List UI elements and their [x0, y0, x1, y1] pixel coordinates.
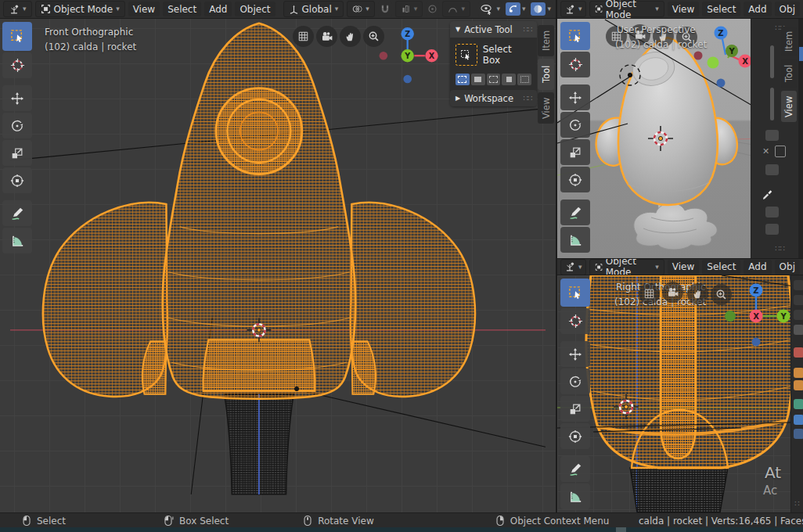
- tab-tool[interactable]: Tool: [781, 59, 797, 88]
- tab-item[interactable]: Item: [781, 27, 797, 56]
- mode-dropdown[interactable]: Object Mode ▾: [35, 1, 125, 17]
- select-mode-set[interactable]: [456, 74, 470, 85]
- transform-orientation-dropdown[interactable]: Global ▾: [283, 1, 344, 17]
- proportional-falloff-dropdown[interactable]: ▾: [442, 1, 470, 17]
- tool-transform[interactable]: [560, 423, 590, 449]
- active-tool-panel-header[interactable]: ▼ Active Tool ∷∷: [450, 21, 537, 38]
- menu-select[interactable]: Select: [702, 2, 740, 16]
- snap-toggle-button[interactable]: [378, 2, 392, 16]
- eyedropper-icon[interactable]: [762, 188, 773, 200]
- properties-tab-icon-object[interactable]: [794, 368, 803, 378]
- tool-scale[interactable]: [2, 140, 32, 166]
- select-mode-invert[interactable]: [502, 74, 516, 85]
- tool-scale[interactable]: [560, 396, 590, 422]
- menu-object-truncated[interactable]: Obj: [775, 260, 800, 275]
- tool-move[interactable]: [2, 85, 32, 111]
- tab-view[interactable]: View: [538, 92, 554, 124]
- viewport-right-orthographic[interactable]: Z X Y Right Orthographic (102) calda | r…: [556, 275, 803, 512]
- select-mode-subtract[interactable]: [487, 74, 501, 85]
- overlays-toggle[interactable]: [506, 2, 520, 16]
- mode-dropdown[interactable]: Object Mode ▾: [589, 1, 664, 17]
- panel-grip-icon[interactable]: ∷∷: [775, 244, 785, 253]
- camera-view-button[interactable]: [316, 26, 337, 47]
- menu-object[interactable]: Object: [235, 2, 275, 16]
- tool-move[interactable]: [560, 84, 590, 110]
- properties-tab-icon[interactable]: [794, 295, 803, 305]
- properties-tab-icon-physics[interactable]: [794, 399, 803, 409]
- panel-grip-icon[interactable]: ∷∷: [523, 25, 531, 34]
- tool-measure[interactable]: [2, 228, 32, 253]
- rocket-exhaust-solid[interactable]: [634, 202, 717, 250]
- properties-tab-icon-object2[interactable]: [794, 380, 803, 390]
- panel-grip-icon[interactable]: ∷∷: [523, 94, 531, 102]
- rocket-exhaust-wireframe[interactable]: [225, 394, 294, 494]
- zoom-view-button[interactable]: [363, 26, 384, 47]
- menu-view[interactable]: View: [668, 260, 699, 275]
- menu-object-truncated[interactable]: Obj: [775, 2, 800, 16]
- tool-measure[interactable]: [560, 227, 590, 253]
- mode-dropdown[interactable]: Object Mode ▾: [589, 259, 664, 275]
- gizmo-neg-z[interactable]: [752, 338, 761, 347]
- editor-type-dropdown[interactable]: ▾: [3, 1, 32, 17]
- gizmo-neg-y-front[interactable]: [708, 57, 719, 69]
- properties-tab-icon[interactable]: [794, 280, 803, 290]
- tool-select-box[interactable]: [560, 279, 590, 307]
- snap-target-dropdown[interactable]: ▾: [395, 1, 423, 17]
- panel-button[interactable]: [765, 207, 779, 217]
- tab-view[interactable]: View: [781, 91, 797, 122]
- tab-item[interactable]: Item: [538, 25, 554, 56]
- show-overlays-dropdown[interactable]: ▾: [504, 2, 528, 16]
- properties-tab-icon-data[interactable]: [794, 429, 803, 439]
- tool-annotate[interactable]: [560, 456, 590, 482]
- menu-view[interactable]: View: [128, 2, 160, 16]
- select-mode-intersect[interactable]: [517, 74, 531, 85]
- gizmo-neg-z[interactable]: [403, 75, 412, 84]
- shading-mode-dropdown[interactable]: ▾: [529, 2, 553, 16]
- properties-tab-icon-scene[interactable]: [794, 347, 803, 358]
- properties-tab-icon-active[interactable]: [794, 325, 803, 335]
- panel-button[interactable]: [765, 164, 779, 175]
- pan-view-button[interactable]: [687, 283, 708, 304]
- tool-rotate[interactable]: [560, 112, 590, 138]
- viewport-user-perspective[interactable]: Z Y X User Perspective (102) calda | roc…: [556, 19, 803, 258]
- panel-button[interactable]: [775, 146, 786, 157]
- pan-view-button[interactable]: [340, 26, 361, 47]
- show-gizmo-dropdown[interactable]: ▾: [478, 2, 502, 16]
- slider-track[interactable]: [770, 88, 774, 120]
- tool-cursor[interactable]: [2, 52, 32, 78]
- navigation-gizmo[interactable]: Z Y X: [380, 27, 438, 83]
- gizmo-neg-x[interactable]: [380, 52, 388, 60]
- tool-rotate[interactable]: [560, 368, 590, 394]
- tool-annotate[interactable]: [560, 200, 590, 225]
- grid-overlay-button[interactable]: [293, 26, 314, 47]
- menu-add[interactable]: Add: [204, 2, 232, 16]
- close-icon[interactable]: ✕: [762, 146, 769, 156]
- menu-view[interactable]: View: [668, 2, 699, 16]
- tool-measure[interactable]: [560, 483, 590, 509]
- editor-type-dropdown[interactable]: ▾: [560, 259, 586, 275]
- tool-select-box[interactable]: [560, 22, 590, 50]
- slider-track[interactable]: [770, 45, 774, 78]
- tool-annotate[interactable]: [2, 200, 32, 226]
- menu-add[interactable]: Add: [744, 2, 771, 16]
- tool-rotate[interactable]: [2, 113, 32, 138]
- gizmo-neg-z[interactable]: [717, 79, 726, 88]
- panel-button[interactable]: [765, 224, 779, 235]
- active-tool-button[interactable]: [456, 44, 477, 66]
- proportional-edit-button[interactable]: [426, 2, 439, 16]
- tool-move[interactable]: [560, 341, 590, 367]
- gizmo-neg-x[interactable]: [694, 52, 703, 60]
- tool-scale[interactable]: [560, 139, 590, 165]
- tool-select-box[interactable]: [2, 22, 32, 51]
- menu-select[interactable]: Select: [163, 2, 201, 16]
- menu-add[interactable]: Add: [744, 260, 771, 275]
- properties-tab-icon[interactable]: [794, 310, 803, 320]
- tool-transform[interactable]: [2, 167, 32, 193]
- scrollbar-thumb[interactable]: [799, 47, 803, 61]
- select-mode-extend[interactable]: [471, 74, 485, 85]
- tool-transform[interactable]: [560, 167, 590, 192]
- pivot-point-dropdown[interactable]: ▾: [347, 1, 375, 17]
- panel-button[interactable]: [765, 130, 779, 141]
- zoom-view-button[interactable]: [711, 284, 732, 305]
- viewport-front-orthographic[interactable]: Z Y X Front Orthographic (102) calda | r…: [0, 19, 556, 512]
